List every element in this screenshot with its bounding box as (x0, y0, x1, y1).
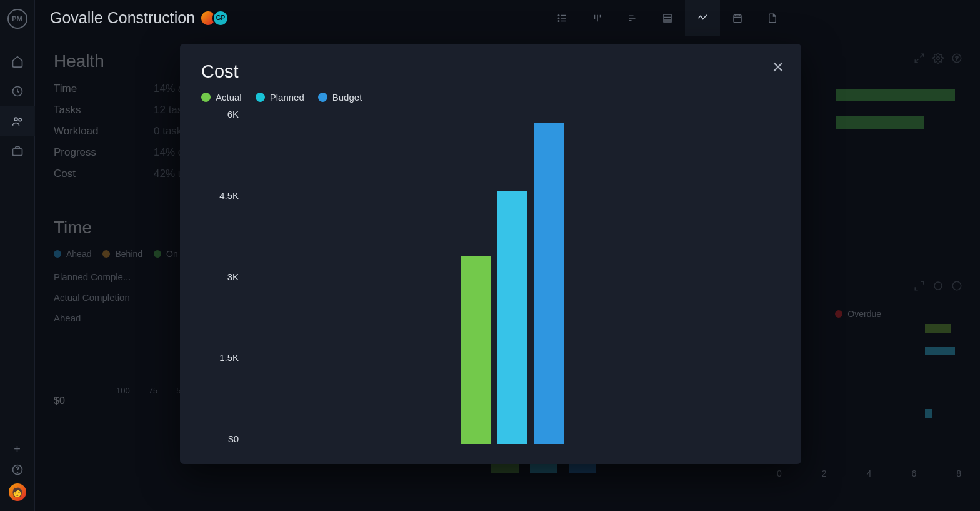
y-tick: 4.5K (211, 190, 239, 201)
y-tick: $0 (211, 433, 239, 444)
modal-title: Cost (201, 61, 780, 82)
dot-icon (256, 93, 265, 102)
dot-icon (201, 93, 211, 102)
bar-budget[interactable] (534, 123, 564, 444)
legend-budget: Budget (318, 92, 362, 103)
dot-icon (318, 93, 328, 102)
bar-actual[interactable] (461, 256, 491, 444)
cost-modal: Cost Actual Planned Budget 6K4.5K3K1.5K$… (180, 44, 801, 464)
y-tick: 3K (211, 271, 239, 282)
legend-planned: Planned (256, 92, 304, 103)
y-tick: 6K (211, 109, 239, 119)
bar-planned[interactable] (498, 191, 528, 444)
legend-actual: Actual (201, 92, 242, 103)
close-icon[interactable] (771, 60, 785, 74)
cost-chart: 6K4.5K3K1.5K$0 (211, 109, 780, 453)
y-tick: 1.5K (211, 352, 239, 363)
